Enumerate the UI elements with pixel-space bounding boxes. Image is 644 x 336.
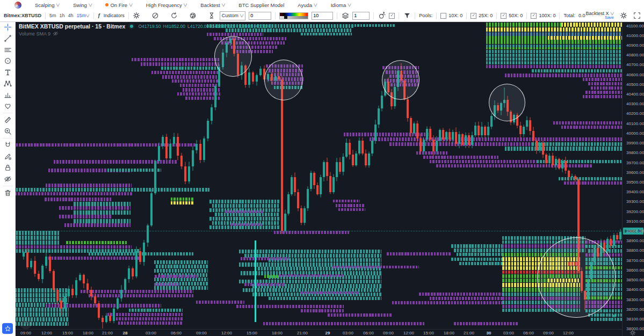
chevron-down-icon: ⋁ [129, 3, 133, 6]
custom-select[interactable]: Custom ⋁ [220, 11, 246, 20]
time-tick-label: 18:00 [444, 331, 454, 335]
pool-10x[interactable]: 10X: 0 [440, 13, 462, 19]
bomb-checkbox[interactable]: ✓ [389, 13, 395, 19]
time-tick-label: 15:00 [423, 331, 434, 335]
pool-checkbox[interactable]: ✓ [501, 13, 506, 19]
menu-item-on-fire[interactable]: On Fire⋁ [105, 2, 132, 8]
price-tick-label: 39100.00 [626, 219, 644, 224]
star-icon [4, 325, 12, 333]
time-axis[interactable]: 09:0012:0015:0018:0021:002803:0006:0009:… [15, 329, 622, 336]
price-axis[interactable]: 39002.00 41100.0041000.0040900.0040800.0… [622, 21, 644, 336]
menu-item-ayuda[interactable]: Ayuda⋁ [298, 2, 317, 8]
layers-value-input[interactable] [352, 12, 370, 20]
pool-50x[interactable]: ✓50X: 0 [501, 13, 523, 19]
time-tick-label: 15:00 [247, 331, 257, 335]
refresh-icon[interactable] [170, 12, 178, 20]
menu-item-backtest[interactable]: Backtest⋁ [200, 2, 225, 8]
time-tick-label: 03:00 [146, 331, 156, 335]
menu-item-idioma[interactable]: Idioma⋁ [331, 2, 351, 8]
separator [275, 12, 276, 19]
shape-circle-icon [4, 57, 12, 65]
price-tick-label: 39600.00 [626, 170, 644, 175]
menu-item-label: Backtest [200, 2, 220, 8]
price-tick-label: 39800.00 [626, 150, 644, 155]
chevron-down-icon: ⋁ [184, 3, 187, 6]
favorites-star-button[interactable] [2, 323, 13, 334]
chart-area[interactable]: BitMEX XBTUSD perpetual · 15 · Bitmex O4… [15, 21, 622, 329]
menu-item-scalping[interactable]: Scalping⋁ [35, 2, 60, 8]
chevron-down-icon: ⋁ [56, 3, 60, 6]
heart-tool[interactable] [0, 100, 15, 112]
price-tick-label: 40000.00 [626, 131, 644, 136]
forecast-bars-tool[interactable] [0, 89, 15, 100]
chart-settings-gear-icon[interactable] [619, 12, 627, 20]
highlight-circle-annotation[interactable] [382, 60, 419, 100]
trash-tool[interactable] [0, 187, 15, 199]
zoom-in-tool[interactable] [0, 126, 15, 137]
heatmap-gradient-swatch[interactable] [279, 12, 308, 19]
ruler-tool[interactable] [0, 114, 15, 126]
timeframe-4h[interactable]: 4h [68, 13, 74, 18]
time-tick-label: 12:00 [403, 331, 414, 335]
legend-title[interactable]: BitMEX XBTUSD perpetual · 15 · Bitmex [19, 23, 125, 30]
menu-item-btc-supplier-model[interactable]: BTC Supplier Model [238, 2, 284, 8]
price-tick-label: 40500.00 [626, 82, 644, 87]
low-value: 41720.00 [190, 24, 209, 29]
magnet-tool[interactable] [0, 140, 15, 151]
highlight-circle-annotation[interactable] [264, 60, 303, 100]
pool-checkbox[interactable] [440, 13, 446, 19]
layers-icon[interactable] [341, 12, 349, 20]
bomb-icon[interactable] [378, 12, 386, 20]
save-link[interactable]: Save [605, 16, 614, 20]
custom-value-input[interactable] [249, 12, 271, 20]
palette-icon[interactable] [189, 12, 197, 20]
timeframe-5m[interactable]: 5m [49, 13, 56, 18]
price-tick-label: 40700.00 [626, 62, 644, 67]
parallel-channel-tool[interactable] [0, 44, 15, 55]
edit-pencil-tool[interactable] [0, 151, 15, 162]
gradient-value-input[interactable] [312, 12, 333, 20]
price-tick-label: 40300.00 [626, 101, 644, 106]
filter-funnel-icon[interactable] [403, 12, 411, 20]
price-tick-label: 38300.00 [626, 297, 644, 302]
pool-checkbox[interactable]: ✓ [471, 13, 476, 19]
lock-tool[interactable] [0, 162, 15, 173]
pool-25x[interactable]: ✓25X: 0 [471, 13, 493, 19]
hide-eye-tool[interactable] [0, 173, 15, 185]
hourglass-icon[interactable] [208, 12, 216, 20]
separator [466, 12, 467, 19]
pool-100x[interactable]: ✓100X: 0 [531, 13, 555, 19]
separator [436, 12, 437, 19]
timeframe-15m[interactable]: 15m [77, 13, 86, 18]
backtest-control[interactable]: Backtest X ⋁ Save [585, 11, 614, 20]
highlight-circle-annotation[interactable] [214, 36, 252, 77]
separator [93, 12, 94, 19]
chevron-down-icon[interactable]: ⋁ [86, 13, 90, 17]
text-tool[interactable] [0, 67, 15, 78]
menu-item-label: On Fire [110, 2, 127, 8]
timeframe-1h[interactable]: 1h [60, 13, 65, 18]
price-tick-label: 38800.00 [626, 248, 644, 253]
fullscreen-icon[interactable] [633, 12, 641, 20]
indicator-visibility-dot[interactable] [128, 23, 135, 30]
highlight-circle-annotation[interactable] [489, 84, 525, 121]
volume-label[interactable]: Volume SMA 9 [19, 31, 50, 36]
chevron-down-icon: ⋁ [89, 3, 92, 6]
pool-label: 10X: 0 [448, 13, 462, 18]
highlight-circle-annotation[interactable] [537, 237, 616, 318]
pool-checkbox[interactable]: ✓ [531, 13, 537, 19]
trend-line-tool[interactable] [0, 33, 15, 44]
hide-drawings-icon[interactable] [151, 12, 160, 20]
symbol-label[interactable]: Bitmex:XBTUSD [4, 13, 41, 18]
menu-item-high-frequency[interactable]: High Frequency⋁ [146, 2, 187, 8]
indicators-button[interactable]: ƒ Indicators [98, 13, 125, 18]
scroll-right-chevron-icon[interactable]: » [612, 311, 616, 319]
ohlc-values: O41719.50 H41852.00 L41720.00 C41847.50 … [138, 24, 272, 29]
menu-item-swing[interactable]: Swing⋁ [73, 2, 92, 8]
xabcd-pattern-tool[interactable] [0, 78, 15, 89]
shape-circle-tool[interactable] [0, 55, 15, 67]
crosshair-tool[interactable] [0, 21, 15, 33]
settings-gear-icon[interactable] [133, 12, 141, 20]
eye-hidden-icon[interactable] [53, 31, 59, 36]
price-tick-label: 38600.00 [626, 268, 644, 273]
